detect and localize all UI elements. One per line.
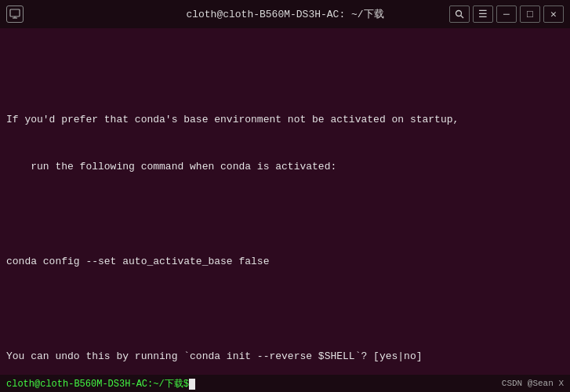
credit-text: CSDN @Sean X (502, 379, 564, 388)
terminal-line-3 (6, 207, 564, 223)
window-icon (6, 5, 24, 23)
svg-rect-0 (10, 9, 20, 16)
terminal-window: cloth@cloth-B560M-DS3H-AC: ~/下载 ☰ ─ □ ✕ (0, 0, 570, 392)
terminal-line-6: You can undo this by running `conda init… (6, 349, 564, 365)
titlebar: cloth@cloth-B560M-DS3H-AC: ~/下载 ☰ ─ □ ✕ (0, 0, 570, 28)
svg-point-3 (456, 11, 462, 16)
terminal-line-5 (6, 301, 564, 317)
search-button[interactable] (449, 5, 470, 23)
shell-prompt: cloth@cloth-B560M-DS3H-AC:~/下载$ (6, 377, 502, 390)
terminal-line-2: run the following command when conda is … (6, 159, 564, 175)
window-title: cloth@cloth-B560M-DS3H-AC: ~/下载 (186, 7, 383, 21)
titlebar-controls: ☰ ─ □ ✕ (449, 5, 564, 23)
svg-line-4 (461, 16, 464, 19)
maximize-button[interactable]: □ (520, 5, 540, 23)
prompt-text: cloth@cloth-B560M-DS3H-AC:~/下载$ (6, 379, 189, 390)
terminal-line-0 (6, 64, 564, 80)
menu-button[interactable]: ☰ (473, 5, 493, 23)
terminal-line-1: If you'd prefer that conda's base enviro… (6, 112, 564, 128)
cursor (189, 379, 195, 390)
minimize-button[interactable]: ─ (496, 5, 517, 23)
close-button[interactable]: ✕ (543, 5, 564, 23)
bottom-bar: cloth@cloth-B560M-DS3H-AC:~/下载$ CSDN @Se… (0, 375, 570, 392)
terminal-line-4: conda config --set auto_activate_base fa… (6, 254, 564, 270)
titlebar-left (6, 5, 24, 23)
terminal-output[interactable]: If you'd prefer that conda's base enviro… (0, 28, 570, 375)
